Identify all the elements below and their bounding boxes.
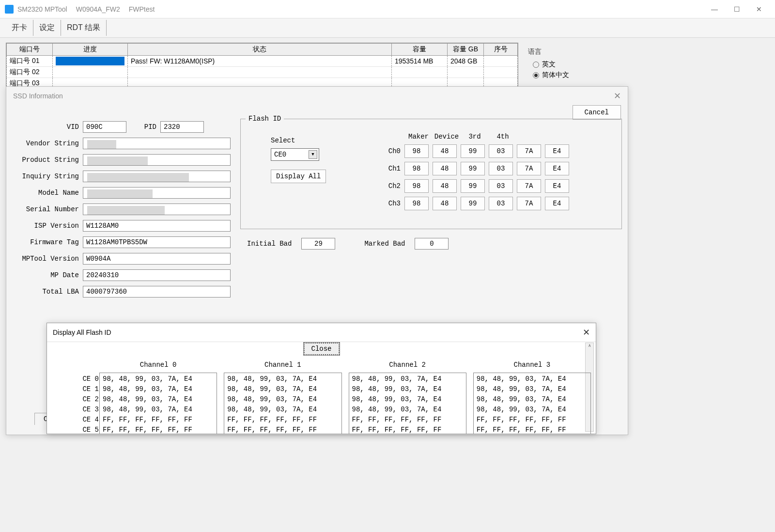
th-sn[interactable]: 序号	[484, 44, 518, 56]
tab-card[interactable]: 开卡	[6, 20, 33, 36]
marked-bad-value: 0	[415, 238, 449, 250]
ce-row: 98, 48, 99, 03, 7A, E4	[477, 374, 588, 384]
head-maker: Maker	[404, 133, 433, 141]
vendor-input[interactable]	[83, 138, 231, 149]
ce-row: CE 098, 48, 99, 03, 7A, E4	[103, 374, 214, 384]
isp-input[interactable]	[83, 220, 231, 232]
lba-input[interactable]	[83, 286, 231, 297]
model-input[interactable]	[83, 187, 231, 199]
display-all-close-icon[interactable]: ✕	[583, 327, 590, 338]
display-all-dialog: Display All Flash ID ✕ Close ∧ Channel 0…	[46, 323, 596, 434]
flash-cell: 99	[461, 197, 485, 210]
flash-cell: 98	[404, 144, 429, 158]
th-capgb[interactable]: 容量 GB	[448, 44, 484, 56]
isp-label: ISP Version	[15, 222, 83, 230]
side-panel: 语言 英文 简体中文	[528, 43, 769, 90]
minimize-icon[interactable]: —	[703, 0, 726, 18]
app-logo-icon	[5, 5, 14, 14]
titlebar: SM2320 MPTool W0904A_FW2 FWPtest — ☐ ✕	[0, 0, 775, 18]
th-progress[interactable]: 进度	[53, 44, 128, 56]
th-status[interactable]: 状态	[128, 44, 392, 56]
channel-title: Channel 1	[224, 361, 341, 369]
flash-cell: 7A	[517, 162, 541, 175]
ce-row: 98, 48, 99, 03, 7A, E4	[477, 405, 588, 415]
ce-row: 98, 48, 99, 03, 7A, E4	[477, 394, 588, 405]
radio-chinese-label: 简体中文	[542, 71, 569, 79]
ce-row: 98, 48, 99, 03, 7A, E4	[352, 405, 463, 415]
head-4th: 4th	[489, 133, 517, 141]
cancel-button[interactable]: Cancel	[573, 105, 621, 120]
port-table-wrap: 端口号 进度 状态 容量 容量 GB 序号 端口号 01Pass! FW: W1…	[6, 43, 518, 90]
radio-english[interactable]: 英文	[533, 60, 769, 69]
title-app: SM2320 MPTool	[17, 5, 67, 13]
main-tabs: 开卡 设定 RDT 结果	[0, 18, 775, 38]
ce-select-value: CE0	[274, 151, 286, 158]
mpdate-input[interactable]	[83, 269, 231, 281]
flash-cell: 03	[489, 197, 513, 210]
flash-row: Ch1984899037AE4	[376, 162, 573, 175]
mpdate-label: MP Date	[15, 271, 83, 279]
mpver-input[interactable]	[83, 253, 231, 265]
ce-row: CE 298, 48, 99, 03, 7A, E4	[103, 394, 214, 405]
flash-cell: 7A	[517, 144, 541, 158]
serial-input[interactable]	[83, 203, 231, 215]
ce-select[interactable]: CE0 ▼	[271, 148, 319, 161]
flash-cell: 03	[489, 162, 513, 175]
initial-bad-label: Initial Bad	[247, 240, 292, 248]
ce-row: CE 5FF, FF, FF, FF, FF, FF	[103, 425, 214, 434]
channel-box: 98, 48, 99, 03, 7A, E498, 48, 99, 03, 7A…	[473, 373, 591, 434]
flashid-fieldset: Flash ID Select CE0 ▼ Display All Maker …	[240, 119, 622, 229]
display-all-button[interactable]: Display All	[271, 170, 326, 183]
inquiry-label: Inquiry String	[15, 172, 83, 180]
flash-cell: 98	[404, 179, 429, 193]
flash-cell: E4	[545, 162, 569, 175]
channel-box: CE 098, 48, 99, 03, 7A, E4CE 198, 48, 99…	[99, 373, 217, 434]
port-table: 端口号 进度 状态 容量 容量 GB 序号 端口号 01Pass! FW: W1…	[6, 43, 518, 89]
flashid-legend: Flash ID	[246, 115, 284, 123]
ssd-close-icon[interactable]: ✕	[614, 91, 621, 101]
ce-row: 98, 48, 99, 03, 7A, E4	[352, 384, 463, 394]
channel-box: 98, 48, 99, 03, 7A, E498, 48, 99, 03, 7A…	[349, 373, 466, 434]
flash-row: Ch2984899037AE4	[376, 179, 573, 193]
close-icon[interactable]: ✕	[748, 0, 770, 18]
fwtag-input[interactable]	[83, 236, 231, 248]
inquiry-input[interactable]	[83, 171, 231, 182]
fwtag-label: Firmware Tag	[15, 238, 83, 246]
ce-row: FF, FF, FF, FF, FF, FF	[477, 415, 588, 425]
table-row[interactable]: 端口号 02	[7, 67, 518, 78]
tab-rdt[interactable]: RDT 结果	[61, 20, 107, 36]
head-3rd: 3rd	[461, 133, 489, 141]
title-fw: W0904A_FW2	[76, 5, 120, 13]
ce-row: 98, 48, 99, 03, 7A, E4	[227, 405, 338, 415]
flash-cell: 48	[433, 179, 457, 193]
vid-input[interactable]	[83, 121, 126, 133]
flash-cell: 7A	[517, 179, 541, 193]
title-test: FWPtest	[129, 5, 155, 13]
flash-cell: 98	[404, 162, 429, 175]
th-port[interactable]: 端口号	[7, 44, 53, 56]
product-label: Product String	[15, 156, 83, 164]
flash-row: Ch0984899037AE4	[376, 144, 573, 158]
channel-column: Channel 398, 48, 99, 03, 7A, E498, 48, 9…	[473, 361, 591, 434]
mpver-label: MPTool Version	[15, 255, 83, 263]
flash-cell: 99	[461, 144, 485, 158]
ce-row: 98, 48, 99, 03, 7A, E4	[477, 384, 588, 394]
flash-cell: 48	[433, 162, 457, 175]
ce-row: 98, 48, 99, 03, 7A, E4	[352, 394, 463, 405]
ce-row: FF, FF, FF, FF, FF, FF	[477, 425, 588, 434]
tab-settings[interactable]: 设定	[33, 20, 61, 36]
initial-bad-value: 29	[301, 238, 335, 250]
ssd-title-text: SSD Information	[13, 92, 63, 100]
product-input[interactable]	[83, 154, 231, 166]
table-row[interactable]: 端口号 01Pass! FW: W1128AM0(ISP)1953514 MB2…	[7, 56, 518, 67]
close-button[interactable]: Close	[303, 343, 339, 355]
maximize-icon[interactable]: ☐	[726, 0, 748, 18]
serial-label: Serial Number	[15, 205, 83, 213]
channel-title: Channel 2	[349, 361, 466, 369]
channel-title: Channel 3	[473, 361, 591, 369]
ce-row: CE 198, 48, 99, 03, 7A, E4	[103, 384, 214, 394]
th-cap[interactable]: 容量	[392, 44, 448, 56]
pid-input[interactable]	[160, 121, 204, 133]
radio-chinese[interactable]: 简体中文	[533, 71, 769, 79]
chevron-down-icon: ▼	[309, 150, 317, 159]
